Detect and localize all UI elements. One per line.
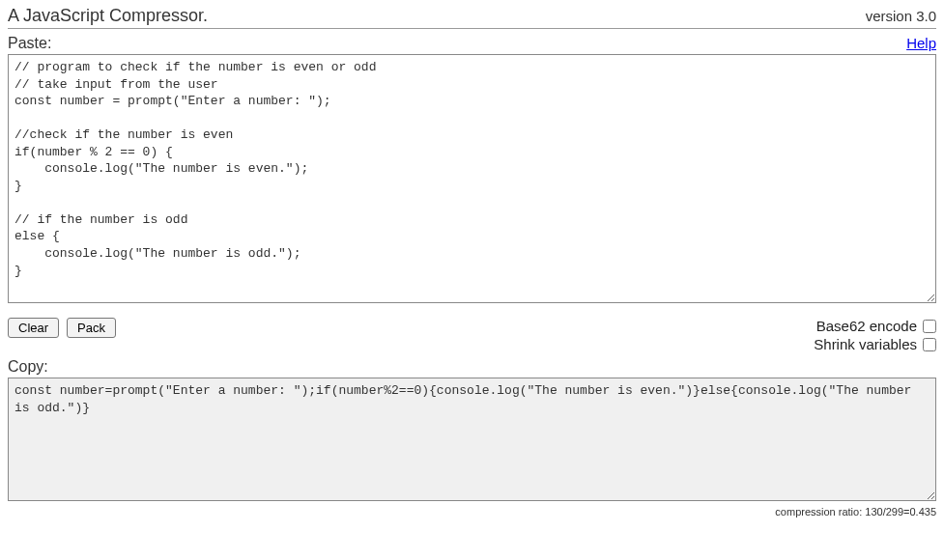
paste-textarea[interactable] [8, 54, 936, 303]
header: A JavaScript Compressor. version 3.0 [8, 6, 936, 29]
shrink-checkbox[interactable] [923, 338, 936, 351]
pack-button[interactable]: Pack [67, 318, 116, 338]
copy-textarea[interactable] [8, 378, 936, 501]
version-label: version 3.0 [866, 8, 936, 24]
shrink-option: Shrink variables [814, 336, 936, 352]
base62-checkbox[interactable] [923, 320, 936, 333]
options-group: Base62 encode Shrink variables [814, 318, 936, 354]
compression-ratio: compression ratio: 130/299=0.435 [8, 506, 936, 518]
paste-label-row: Paste: Help [8, 35, 936, 52]
button-group: Clear Pack [8, 318, 116, 338]
copy-label-row: Copy: [8, 358, 936, 376]
controls-row: Clear Pack Base62 encode Shrink variable… [8, 318, 936, 354]
base62-option: Base62 encode [814, 318, 936, 334]
paste-label: Paste: [8, 35, 51, 52]
copy-label: Copy: [8, 358, 936, 376]
help-link[interactable]: Help [906, 35, 936, 51]
app-title: A JavaScript Compressor. [8, 6, 208, 26]
shrink-label[interactable]: Shrink variables [814, 336, 917, 352]
clear-button[interactable]: Clear [8, 318, 59, 338]
base62-label[interactable]: Base62 encode [816, 318, 917, 334]
